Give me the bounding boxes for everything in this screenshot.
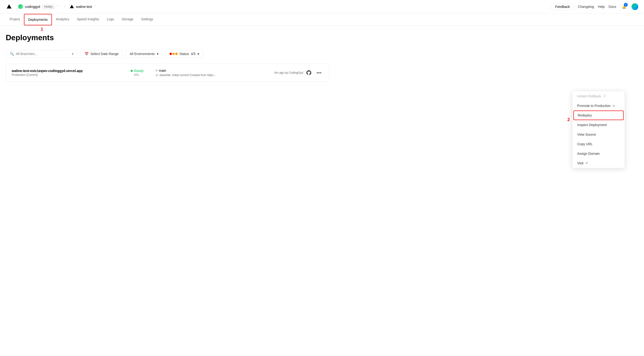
- deployment-meta: 6m ago by CodingGyd •••: [274, 69, 324, 76]
- deployment-url[interactable]: waline-test-estc1eqwv-codinggyd.vercel.a…: [12, 69, 125, 73]
- status-dot-yellow: [172, 53, 175, 55]
- project-selector[interactable]: waline-test ⌃: [70, 4, 96, 9]
- tab-speed-insights[interactable]: Speed Insights: [73, 13, 103, 25]
- status-ready: Ready: [131, 69, 150, 73]
- status-dot-orange: [175, 53, 178, 55]
- deployment-info: waline-test-estc1eqwv-codinggyd.vercel.a…: [12, 69, 125, 76]
- page-title: Deployments: [6, 33, 330, 42]
- git-branch-icon: ⑂: [156, 69, 158, 72]
- project-logo-icon: [70, 4, 74, 9]
- tab-project[interactable]: Project: [6, 13, 24, 25]
- date-range-label: Select Date Range: [90, 52, 119, 56]
- notifications-button[interactable]: 🔔 2: [620, 3, 628, 10]
- annotation-1: 1: [41, 27, 43, 32]
- team-badge: Hobby: [42, 4, 55, 9]
- nav-right-section: Feedback Changelog Help Docs 🔔 2: [551, 3, 638, 10]
- github-icon: [306, 70, 312, 76]
- notification-badge: 2: [624, 3, 628, 7]
- deployment-branch-info: ⑂ main ⊙ 4aee0de Initial commit Created …: [156, 69, 269, 77]
- deployment-card: waline-test-estc1eqwv-codinggyd.vercel.a…: [6, 64, 330, 82]
- sub-navigation: Project Deployments Analytics Speed Insi…: [0, 13, 644, 25]
- commit-info: ⊙ 4aee0de Initial commit Created from ht…: [156, 73, 269, 77]
- team-selector[interactable]: codinggyd Hobby ⌃: [16, 3, 60, 10]
- filters-row: 🔍 ▾ 📅 Select Date Range All Environments…: [6, 50, 330, 58]
- deployment-duration: 47s: [131, 73, 150, 76]
- deployment-environment: Production (Current): [12, 73, 125, 76]
- status-count: 4/5: [191, 52, 195, 56]
- deployment-status: Ready 47s: [131, 69, 150, 76]
- search-icon: 🔍: [10, 52, 14, 56]
- user-avatar[interactable]: [632, 3, 638, 10]
- status-label: Status: [180, 52, 189, 56]
- environment-filter[interactable]: All Environments ▾: [126, 50, 162, 58]
- branch-search-input[interactable]: [16, 52, 70, 56]
- top-navigation: codinggyd Hobby ⌃ / waline-test ⌃ Feedba…: [0, 0, 644, 13]
- vercel-logo: [6, 3, 12, 10]
- branch-name: ⑂ main: [156, 69, 269, 72]
- feedback-button[interactable]: Feedback: [551, 3, 574, 10]
- project-chevron-icon: ⌃: [94, 5, 96, 8]
- env-chevron-icon: ▾: [157, 52, 158, 56]
- status-dots: [170, 53, 178, 55]
- branch-chevron-icon: ▾: [72, 52, 74, 56]
- team-avatar: [18, 4, 23, 9]
- commit-icon: ⊙: [156, 73, 158, 77]
- status-dot-green: [131, 70, 133, 72]
- tab-logs[interactable]: Logs: [103, 13, 118, 25]
- project-name: waline-test: [76, 5, 92, 8]
- tab-deployments[interactable]: Deployments: [24, 14, 52, 25]
- nav-divider: /: [64, 4, 66, 9]
- deployment-list: waline-test-estc1eqwv-codinggyd.vercel.a…: [6, 64, 330, 82]
- team-name: codinggyd: [25, 5, 40, 8]
- page-content: Deployments 🔍 ▾ 📅 Select Date Range All …: [0, 25, 335, 89]
- env-label: All Environments: [130, 52, 155, 56]
- commit-message: Initial commit Created from https:...: [172, 73, 217, 77]
- tab-settings[interactable]: Settings: [137, 13, 157, 25]
- commit-hash: 4aee0de: [160, 73, 171, 77]
- status-filter[interactable]: Status 4/5 ▾: [166, 50, 203, 58]
- tab-analytics[interactable]: Analytics: [52, 13, 73, 25]
- date-range-filter[interactable]: 📅 Select Date Range: [80, 50, 123, 58]
- deployment-time: 6m ago by CodingGyd: [274, 71, 303, 74]
- tab-storage[interactable]: Storage: [118, 13, 137, 25]
- status-dot-red: [170, 53, 172, 55]
- docs-link[interactable]: Docs: [608, 5, 616, 8]
- branch-filter[interactable]: 🔍 ▾: [6, 50, 78, 58]
- team-chevron-icon: ⌃: [57, 5, 59, 8]
- status-chevron-icon: ▾: [198, 52, 199, 56]
- more-options-button[interactable]: •••: [314, 69, 324, 76]
- help-link[interactable]: Help: [598, 5, 605, 8]
- changelog-link[interactable]: Changelog: [578, 5, 594, 8]
- calendar-icon: 📅: [84, 52, 88, 56]
